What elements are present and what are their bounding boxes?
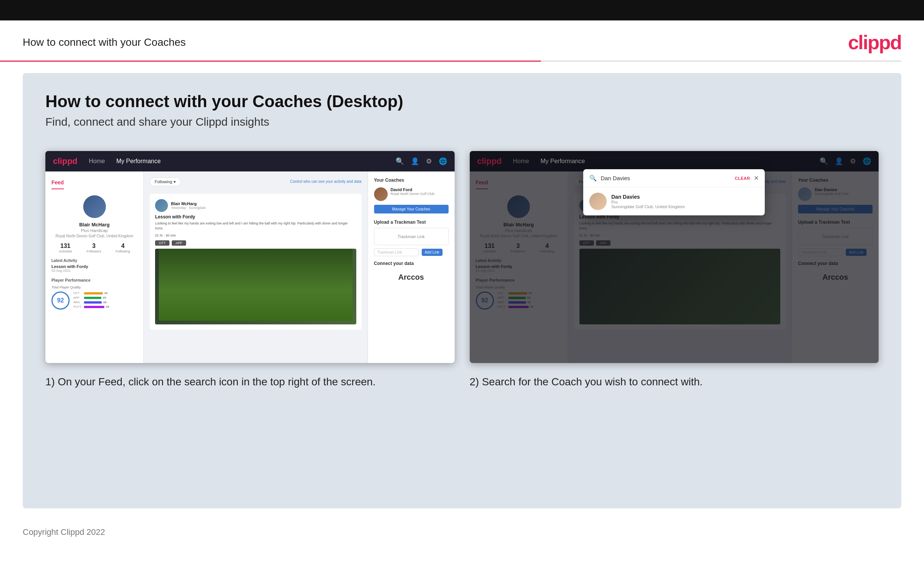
- profile-name: Blair McHarg: [52, 222, 137, 227]
- following-stat: 4 Following: [116, 243, 130, 253]
- post-card: Blair McHarg Yesterday · Sunnigdale Less…: [150, 194, 362, 330]
- profile-icon[interactable]: 👤: [411, 157, 419, 166]
- trackman-label: Trackman Link: [398, 234, 425, 239]
- ott-label: OTT: [73, 291, 83, 295]
- mock-left-panel-1: Feed Blair McHarg Plus Handicap Royal No…: [45, 172, 144, 363]
- mock-nav-performance: My Performance: [116, 158, 160, 165]
- mock-content-1: Feed Blair McHarg Plus Handicap Royal No…: [45, 172, 455, 363]
- trackman-input[interactable]: Trackman Link: [374, 248, 419, 256]
- search-result-item[interactable]: Dan Davies Pro Sunningdale Golf Club, Un…: [583, 187, 765, 215]
- score-circle: 92: [52, 291, 70, 310]
- control-link[interactable]: Control who can see your activity and da…: [290, 179, 361, 183]
- coach-item-1: David Ford Royal North Devon Golf Club: [374, 187, 448, 201]
- header-divider: [0, 60, 901, 62]
- profile-handicap: Plus Handicap: [52, 228, 137, 233]
- following-count: 4: [116, 243, 130, 250]
- mock-nav-icons: 🔍 👤 ⚙ 🌐: [396, 157, 447, 166]
- caption-1-text: 1) On your Feed, click on the search ico…: [45, 376, 375, 388]
- arg-bar: [84, 301, 102, 304]
- caption-2: 2) Search for the Coach you wish to conn…: [470, 374, 879, 389]
- profile-stats: 131 Activities 3 Followers 4 Following: [52, 243, 137, 253]
- player-perf-title: Player Performance: [52, 278, 137, 283]
- caption-2-text: 2) Search for the Coach you wish to conn…: [470, 376, 703, 388]
- search-result-avatar: [589, 193, 607, 210]
- post-author-info: Blair McHarg Yesterday · Sunnigdale: [171, 201, 206, 210]
- arg-val: 86: [103, 300, 107, 304]
- mock-browser-1: clippd Home My Performance 🔍 👤 ⚙ 🌐 Feed: [45, 151, 455, 363]
- off-toggle[interactable]: OTT: [155, 240, 170, 246]
- profile-club: Royal North Devon Golf Club, United King…: [52, 234, 137, 238]
- screenshots-row: clippd Home My Performance 🔍 👤 ⚙ 🌐 Feed: [45, 151, 879, 389]
- coach-name-1: David Ford: [391, 187, 435, 192]
- feed-tab: Feed: [52, 179, 64, 189]
- activity-name: Lesson with Fordy: [52, 264, 137, 269]
- app-toggle[interactable]: APP: [172, 240, 186, 246]
- post-duration: 01 hr : 30 min: [155, 234, 356, 237]
- main-content: How to connect with your Coaches (Deskto…: [23, 73, 901, 508]
- top-bar: [0, 0, 924, 20]
- search-input-value[interactable]: Dan Davies: [600, 175, 731, 181]
- app-val: 85: [103, 296, 106, 299]
- connect-title-1: Connect your data: [374, 261, 448, 266]
- post-toggle: OTT APP: [155, 240, 356, 246]
- search-icon[interactable]: 🔍: [396, 157, 404, 166]
- ott-bar-row: OTT 90: [73, 291, 109, 295]
- ott-bar: [84, 292, 103, 294]
- quality-label: Total Player Quality: [52, 286, 137, 289]
- following-label: Following: [116, 250, 130, 253]
- search-result-club: Sunningdale Golf Club, United Kingdom: [611, 205, 685, 209]
- manage-coaches-btn-1[interactable]: Manage Your Coaches: [374, 205, 448, 213]
- ott-val: 90: [104, 291, 108, 295]
- latest-activity-label: Latest Activity: [52, 258, 137, 263]
- followers-label: Followers: [87, 250, 101, 253]
- main-subheading: Find, connect and share your Clippd insi…: [45, 115, 879, 128]
- search-modal-icon: 🔍: [589, 174, 597, 182]
- add-link-btn[interactable]: Add Link: [422, 249, 443, 256]
- post-avatar: [155, 199, 168, 212]
- search-modal: 🔍 Dan Davies CLEAR ✕ Dan Davies Pro Sunn…: [583, 169, 765, 215]
- app-bar-row: APP 85: [73, 296, 109, 299]
- search-bar: 🔍 Dan Davies CLEAR ✕: [583, 169, 765, 187]
- post-image: [155, 249, 356, 325]
- caption-1: 1) On your Feed, click on the search ico…: [45, 374, 455, 389]
- search-close-btn[interactable]: ✕: [754, 174, 759, 182]
- coaches-title-1: Your Coaches: [374, 177, 448, 183]
- activity-date: 03 Aug 2022: [52, 269, 137, 273]
- coach-info-1: David Ford Royal North Devon Golf Club: [391, 187, 435, 196]
- putt-val: 96: [106, 305, 109, 308]
- mock-right-panel-1: Your Coaches David Ford Royal North Devo…: [367, 172, 455, 363]
- arccos-logo: Arccos: [374, 269, 448, 286]
- mock-nav-logo-1: clippd: [53, 156, 78, 166]
- screenshot-block-2: clippd Home My Performance 🔍 👤 ⚙ 🌐 Feed: [470, 151, 879, 389]
- mock-nav-1: clippd Home My Performance 🔍 👤 ⚙ 🌐: [45, 151, 455, 172]
- avatar-icon[interactable]: 🌐: [439, 157, 447, 166]
- post-author-name: Blair McHarg: [171, 201, 206, 206]
- header: How to connect with your Coaches clippd: [0, 20, 924, 60]
- post-author-meta: Yesterday · Sunnigdale: [171, 206, 206, 210]
- activities-label: Activities: [58, 250, 72, 253]
- followers-stat: 3 Followers: [87, 243, 101, 253]
- following-button[interactable]: Following ▾: [150, 177, 181, 186]
- mock-middle-panel-1: Following ▾ Control who can see your act…: [144, 172, 367, 363]
- putt-bar-row: PUTT 96: [73, 305, 109, 308]
- coach-avatar-1: [374, 187, 388, 201]
- coach-club-1: Royal North Devon Golf Club: [391, 192, 435, 196]
- search-result-info: Dan Davies Pro Sunningdale Golf Club, Un…: [611, 194, 685, 209]
- settings-icon[interactable]: ⚙: [426, 157, 432, 166]
- search-result-name: Dan Davies: [611, 194, 685, 200]
- activities-stat: 131 Activities: [58, 243, 72, 253]
- post-text: Looking to feel like my hands are exitin…: [155, 221, 356, 231]
- post-header: Blair McHarg Yesterday · Sunnigdale: [155, 199, 356, 212]
- copyright-text: Copyright Clippd 2022: [23, 527, 105, 537]
- arg-bar-row: ARG 86: [73, 300, 109, 304]
- followers-count: 3: [87, 243, 101, 250]
- mock-browser-2: clippd Home My Performance 🔍 👤 ⚙ 🌐 Feed: [470, 151, 879, 363]
- profile-avatar: [83, 195, 106, 218]
- activities-count: 131: [58, 243, 72, 250]
- trackman-box-1: Trackman Link: [374, 228, 448, 245]
- arg-label: ARG: [73, 300, 83, 304]
- search-clear-btn[interactable]: CLEAR: [735, 176, 750, 180]
- app-label: APP: [73, 296, 83, 299]
- putt-bar: [84, 306, 104, 308]
- upload-title-1: Upload a Trackman Test: [374, 219, 448, 225]
